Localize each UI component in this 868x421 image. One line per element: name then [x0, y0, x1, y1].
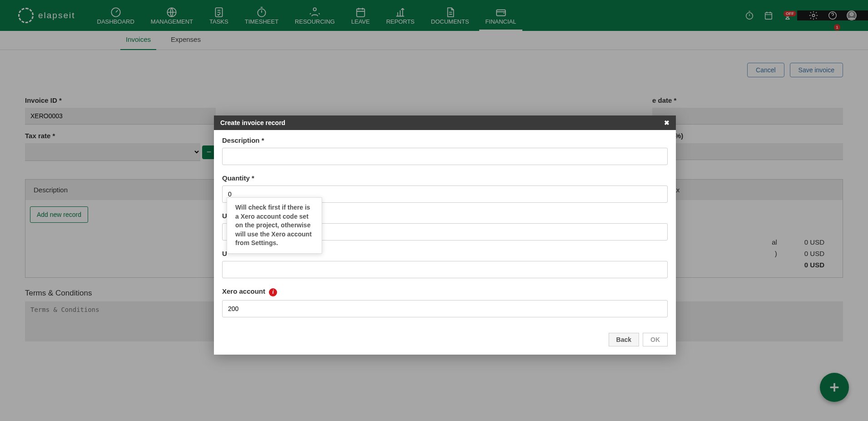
- close-icon[interactable]: ✖: [664, 119, 670, 126]
- info-icon[interactable]: i: [269, 288, 277, 296]
- modal-title: Create invoice record: [220, 119, 285, 126]
- modal-xero-input[interactable]: [222, 300, 668, 317]
- modal-quantity-label: Quantity *: [222, 174, 668, 182]
- modal-ok-button[interactable]: OK: [643, 333, 668, 346]
- xero-tooltip: Will check first if there is a Xero acco…: [227, 197, 322, 254]
- modal-back-button[interactable]: Back: [609, 333, 639, 346]
- create-invoice-record-modal: Create invoice record ✖ Description * Qu…: [214, 115, 676, 355]
- modal-description-label: Description *: [222, 136, 668, 144]
- modal-u2-input[interactable]: [222, 261, 668, 278]
- modal-xero-label: Xero account i: [222, 287, 668, 296]
- modal-description-input[interactable]: [222, 148, 668, 165]
